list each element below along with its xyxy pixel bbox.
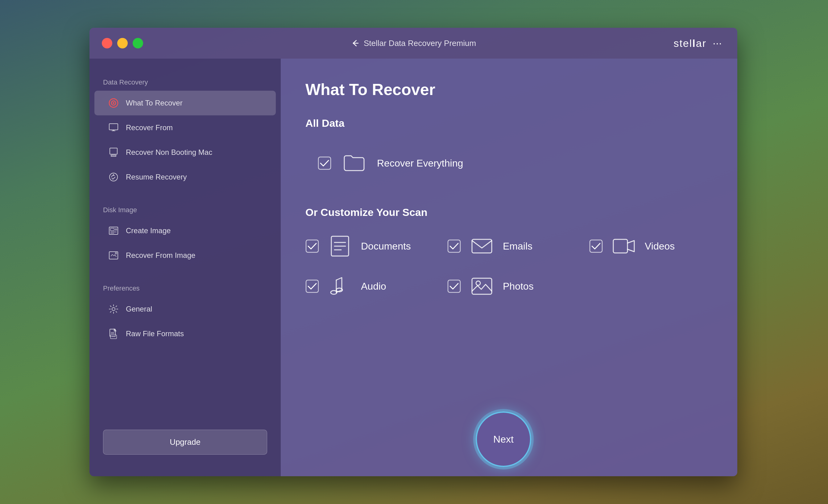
sidebar-section-disk-image: Disk Image: [89, 199, 281, 218]
sidebar-item-general[interactable]: General: [94, 297, 276, 322]
sidebar-item-resume-recovery-label: Resume Recovery: [126, 173, 187, 181]
customize-section-title: Or Customize Your Scan: [305, 206, 713, 218]
stellar-logo-text: stellar: [673, 37, 706, 49]
sidebar-item-recover-non-booting-label: Recover Non Booting Mac: [126, 148, 212, 157]
photos-label: Photos: [503, 281, 534, 292]
sidebar-item-recover-from[interactable]: Recover From: [94, 115, 276, 140]
documents-label: Documents: [361, 241, 411, 252]
close-button[interactable]: [102, 38, 112, 48]
svg-rect-37: [472, 278, 492, 294]
disk2-icon: [108, 250, 119, 261]
option-emails[interactable]: Emails: [447, 234, 571, 258]
app-window: Stellar Data Recovery Premium stellar ⋯ …: [89, 28, 737, 476]
svg-rect-4: [109, 124, 118, 130]
file-icon: [108, 328, 119, 339]
email-icon: [469, 234, 494, 258]
sidebar-item-what-to-recover-label: What To Recover: [126, 99, 182, 107]
recover-everything-checkbox[interactable]: [318, 156, 331, 170]
sidebar-section-preferences: Preferences: [89, 277, 281, 297]
minimize-button[interactable]: [117, 38, 128, 48]
emails-checkbox[interactable]: [447, 239, 461, 253]
option-audio[interactable]: Audio: [305, 274, 429, 299]
next-button[interactable]: Next: [476, 412, 531, 467]
svg-rect-11: [111, 228, 114, 231]
video-icon: [612, 234, 636, 258]
sidebar-item-general-label: General: [126, 305, 152, 313]
svg-rect-30: [472, 239, 492, 253]
sidebar-item-raw-file-formats[interactable]: Raw File Formats: [94, 322, 276, 346]
back-icon: [351, 39, 360, 47]
sidebar-item-raw-file-formats-label: Raw File Formats: [126, 329, 184, 338]
sidebar: Data Recovery What To Recover: [89, 58, 281, 476]
videos-checkbox[interactable]: [589, 239, 603, 253]
sidebar-section-data-recovery: Data Recovery: [89, 71, 281, 91]
maximize-button[interactable]: [133, 38, 143, 48]
traffic-lights: [102, 38, 143, 48]
svg-point-12: [115, 229, 117, 230]
resume-icon: [108, 171, 119, 182]
upgrade-button[interactable]: Upgrade: [103, 430, 267, 455]
all-data-section-title: All Data: [305, 117, 713, 129]
svg-rect-8: [111, 155, 116, 156]
doc-icon: [328, 234, 352, 258]
target-icon: [108, 97, 119, 109]
sidebar-item-recover-from-label: Recover From: [126, 123, 173, 132]
stellar-logo-area: stellar ⋯: [673, 37, 722, 49]
sidebar-item-recover-non-booting[interactable]: Recover Non Booting Mac: [94, 140, 276, 165]
svg-rect-21: [111, 335, 117, 339]
sidebar-item-recover-from-image-label: Recover From Image: [126, 251, 195, 260]
photos-checkbox[interactable]: [447, 280, 461, 293]
options-grid: Documents: [305, 234, 713, 299]
sidebar-item-create-image[interactable]: Create Image: [94, 218, 276, 243]
svg-point-17: [112, 307, 115, 310]
mac-icon: [108, 147, 119, 158]
recover-everything-label: Recover Everything: [377, 158, 463, 169]
sidebar-item-recover-from-image[interactable]: Recover From Image: [94, 243, 276, 268]
svg-point-16: [115, 253, 117, 254]
recover-everything-row[interactable]: Recover Everything: [305, 141, 713, 185]
svg-point-38: [476, 281, 480, 285]
documents-checkbox[interactable]: [305, 239, 319, 253]
audio-icon: [328, 274, 352, 299]
videos-label: Videos: [645, 241, 675, 252]
upgrade-section: Upgrade: [89, 420, 281, 464]
monitor-icon: [108, 122, 119, 133]
sidebar-item-create-image-label: Create Image: [126, 226, 171, 235]
titlebar: Stellar Data Recovery Premium stellar ⋯: [89, 28, 737, 58]
window-body: Data Recovery What To Recover: [89, 58, 737, 476]
option-photos[interactable]: Photos: [447, 274, 571, 299]
audio-label: Audio: [361, 281, 386, 292]
photo-icon: [469, 274, 494, 299]
svg-rect-32: [613, 239, 627, 253]
next-button-wrap: Next: [476, 412, 531, 467]
option-documents[interactable]: Documents: [305, 234, 429, 258]
sidebar-item-what-to-recover[interactable]: What To Recover: [94, 91, 276, 115]
sidebar-item-resume-recovery[interactable]: Resume Recovery: [94, 165, 276, 190]
page-title: What To Recover: [305, 80, 713, 99]
window-title: Stellar Data Recovery Premium: [351, 39, 476, 48]
svg-rect-7: [110, 148, 117, 154]
folder-icon: [342, 151, 367, 175]
svg-point-3: [113, 102, 115, 104]
emails-label: Emails: [503, 241, 533, 252]
gear-icon: [108, 303, 119, 314]
audio-checkbox[interactable]: [305, 280, 319, 293]
disk-icon: [108, 225, 119, 236]
menu-button[interactable]: ⋯: [713, 38, 722, 49]
option-videos[interactable]: Videos: [589, 234, 713, 258]
